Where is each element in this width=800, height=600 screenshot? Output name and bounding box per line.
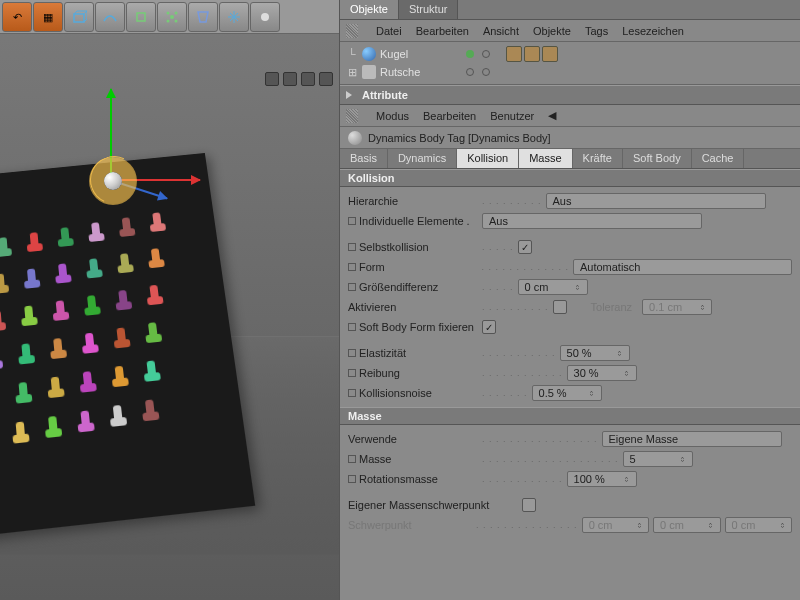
object-list: └ Kugel ⊞ Rutsche bbox=[340, 42, 800, 85]
section-masse: Masse bbox=[340, 407, 800, 425]
object-row-rutsche[interactable]: ⊞ Rutsche bbox=[346, 63, 794, 81]
collapse-arrow-icon[interactable] bbox=[346, 91, 356, 99]
field-elastizitaet[interactable]: 50 % bbox=[560, 345, 630, 361]
tool-spline-icon[interactable] bbox=[95, 2, 125, 32]
tag-icon[interactable] bbox=[542, 46, 558, 62]
object-name[interactable]: Rutsche bbox=[380, 66, 460, 78]
svg-rect-1 bbox=[137, 13, 145, 21]
field-form[interactable]: Automatisch bbox=[573, 259, 792, 275]
label-aktivieren: Aktivieren bbox=[348, 301, 478, 313]
tool-film-icon[interactable]: ▦ bbox=[33, 2, 63, 32]
right-panel: Objekte Struktur Datei Bearbeiten Ansich… bbox=[340, 0, 800, 600]
label-schwerpunkt: Schwerpunkt bbox=[348, 519, 472, 531]
field-individuelle[interactable]: Aus bbox=[482, 213, 702, 229]
label-reibung: Reibung bbox=[348, 367, 478, 379]
visibility-dot[interactable] bbox=[466, 50, 474, 58]
menu-ansicht[interactable]: Ansicht bbox=[483, 25, 519, 37]
field-toleranz: 0.1 cm bbox=[642, 299, 712, 315]
menu-benutzer[interactable]: Benutzer bbox=[490, 110, 534, 122]
field-groessendiff[interactable]: 0 cm bbox=[518, 279, 588, 295]
menu-bearbeiten[interactable]: Bearbeiten bbox=[416, 25, 469, 37]
tool-deform-icon[interactable] bbox=[188, 2, 218, 32]
subtab-cache[interactable]: Cache bbox=[692, 149, 745, 168]
menu-datei[interactable]: Datei bbox=[376, 25, 402, 37]
menu-lesezeichen[interactable]: Lesezeichen bbox=[622, 25, 684, 37]
viewport-3d[interactable]: ↶ ▦ bbox=[0, 0, 340, 600]
render-dot[interactable] bbox=[482, 68, 490, 76]
label-eigener: Eigener Massenschwerpunkt bbox=[348, 499, 518, 511]
grip-icon[interactable] bbox=[346, 109, 358, 123]
render-dot[interactable] bbox=[482, 50, 490, 58]
svg-point-6 bbox=[175, 20, 178, 23]
subtab-softbody[interactable]: Soft Body bbox=[623, 149, 692, 168]
tool-cube-icon[interactable] bbox=[64, 2, 94, 32]
back-arrow-icon[interactable]: ◀ bbox=[548, 109, 556, 122]
subtab-dynamics[interactable]: Dynamics bbox=[388, 149, 457, 168]
label-verwende: Verwende bbox=[348, 433, 478, 445]
null-icon bbox=[362, 65, 376, 79]
section-kollision: Kollision bbox=[340, 169, 800, 187]
label-elastizitaet: Elastizität bbox=[348, 347, 478, 359]
field-hierarchie[interactable]: Aus bbox=[546, 193, 766, 209]
tool-nurbs-icon[interactable] bbox=[126, 2, 156, 32]
attribute-subtabs: Basis Dynamics Kollision Masse Kräfte So… bbox=[340, 149, 800, 169]
tag-name: Dynamics Body Tag [Dynamics Body] bbox=[368, 132, 551, 144]
label-toleranz: Toleranz bbox=[591, 301, 633, 313]
object-manager-tabs: Objekte Struktur bbox=[340, 0, 800, 20]
tag-icons bbox=[506, 46, 558, 62]
svg-point-4 bbox=[175, 12, 178, 15]
tag-icon[interactable] bbox=[524, 46, 540, 62]
tool-snap-icon[interactable] bbox=[219, 2, 249, 32]
attribute-header: Attribute bbox=[340, 85, 800, 105]
attribute-menu: Modus Bearbeiten Benutzer ◀ bbox=[340, 105, 800, 127]
grip-icon[interactable] bbox=[346, 24, 358, 38]
visibility-dot[interactable] bbox=[466, 68, 474, 76]
field-verwende[interactable]: Eigene Masse bbox=[602, 431, 782, 447]
object-row-kugel[interactable]: └ Kugel bbox=[346, 45, 794, 63]
checkbox-selbstkollision[interactable] bbox=[518, 240, 532, 254]
field-masse[interactable]: 5 bbox=[623, 451, 693, 467]
sphere-icon bbox=[362, 47, 376, 61]
expand-icon[interactable]: └ bbox=[346, 48, 358, 60]
svg-point-7 bbox=[261, 13, 269, 21]
field-schwerpunkt-y: 0 cm bbox=[653, 517, 720, 533]
tab-struktur[interactable]: Struktur bbox=[399, 0, 459, 19]
subtab-basis[interactable]: Basis bbox=[340, 149, 388, 168]
viewport-nav-icons[interactable] bbox=[265, 72, 333, 86]
checkbox-aktivieren[interactable] bbox=[553, 300, 567, 314]
subtab-masse[interactable]: Masse bbox=[519, 149, 572, 168]
ramp-object bbox=[0, 153, 255, 536]
object-manager-menu: Datei Bearbeiten Ansicht Objekte Tags Le… bbox=[340, 20, 800, 42]
dynamics-body-icon bbox=[348, 131, 362, 145]
sphere-object[interactable] bbox=[104, 172, 122, 190]
kollision-props: Hierarchie. . . . . . . . .Aus Individue… bbox=[340, 187, 800, 407]
tool-light-icon[interactable] bbox=[250, 2, 280, 32]
viewport-canvas[interactable] bbox=[0, 34, 339, 600]
field-kollisionsnoise[interactable]: 0.5 % bbox=[532, 385, 602, 401]
dynamics-tag-icon[interactable] bbox=[506, 46, 522, 62]
field-schwerpunkt-x: 0 cm bbox=[582, 517, 649, 533]
viewport-toolbar: ↶ ▦ bbox=[0, 0, 339, 34]
label-masse: Masse bbox=[348, 453, 478, 465]
menu-modus[interactable]: Modus bbox=[376, 110, 409, 122]
field-schwerpunkt-z: 0 cm bbox=[725, 517, 792, 533]
field-rotationsmasse[interactable]: 100 % bbox=[567, 471, 637, 487]
masse-props: Verwende. . . . . . . . . . . . . . . . … bbox=[340, 425, 800, 539]
label-softbodyfix: Soft Body Form fixieren bbox=[348, 321, 478, 333]
subtab-kollision[interactable]: Kollision bbox=[457, 149, 519, 168]
tab-objekte[interactable]: Objekte bbox=[340, 0, 399, 19]
menu-objekte[interactable]: Objekte bbox=[533, 25, 571, 37]
menu-bearbeiten[interactable]: Bearbeiten bbox=[423, 110, 476, 122]
label-hierarchie: Hierarchie bbox=[348, 195, 478, 207]
field-reibung[interactable]: 30 % bbox=[567, 365, 637, 381]
tool-array-icon[interactable] bbox=[157, 2, 187, 32]
subtab-kraefte[interactable]: Kräfte bbox=[573, 149, 623, 168]
tool-undo-icon[interactable]: ↶ bbox=[2, 2, 32, 32]
expand-icon[interactable]: ⊞ bbox=[346, 66, 358, 79]
object-name[interactable]: Kugel bbox=[380, 48, 460, 60]
tag-title-row: Dynamics Body Tag [Dynamics Body] bbox=[340, 127, 800, 149]
checkbox-eigener[interactable] bbox=[522, 498, 536, 512]
checkbox-softbodyfix[interactable] bbox=[482, 320, 496, 334]
menu-tags[interactable]: Tags bbox=[585, 25, 608, 37]
label-form: Form bbox=[348, 261, 477, 273]
